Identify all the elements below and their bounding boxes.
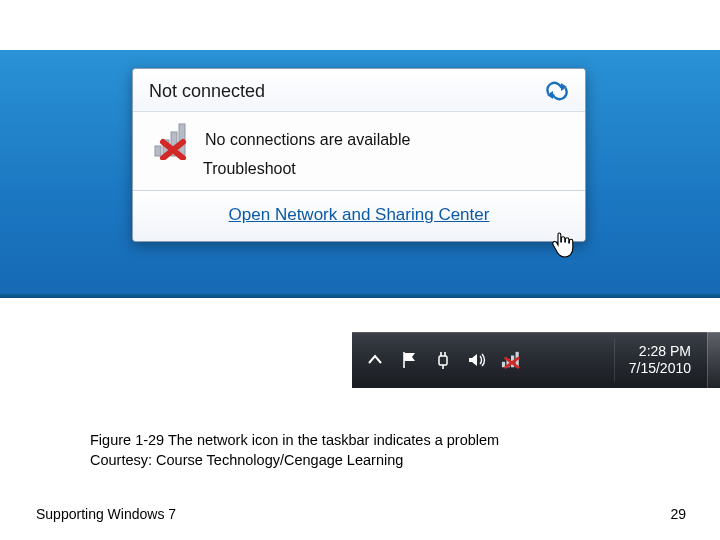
open-network-sharing-link[interactable]: Open Network and Sharing Center	[229, 205, 490, 224]
taskbar-clock[interactable]: 2:28 PM 7/15/2010	[614, 339, 707, 382]
svg-rect-2	[155, 146, 161, 156]
power-plug-icon[interactable]	[432, 349, 454, 371]
taskbar: 2:28 PM 7/15/2010	[352, 332, 720, 388]
network-flyout: Not connected	[132, 68, 586, 242]
svg-rect-11	[439, 356, 447, 365]
caption-line-1: Figure 1-29 The network icon in the task…	[90, 430, 650, 450]
show-desktop-button[interactable]	[707, 332, 720, 388]
flyout-header: Not connected	[133, 69, 585, 112]
tray-chevron-up-icon[interactable]	[364, 349, 386, 371]
signal-bars-error-icon	[153, 120, 195, 160]
clock-date: 7/15/2010	[629, 360, 691, 378]
system-tray	[352, 349, 522, 371]
status-row: No connections are available	[133, 112, 585, 160]
clock-time: 2:28 PM	[629, 343, 691, 361]
troubleshoot-link[interactable]: Troubleshoot	[133, 160, 585, 190]
flyout-title: Not connected	[149, 81, 265, 102]
footer-title: Supporting Windows 7	[36, 506, 176, 522]
action-center-flag-icon[interactable]	[398, 349, 420, 371]
page-number: 29	[670, 506, 686, 522]
volume-speaker-icon[interactable]	[466, 349, 488, 371]
refresh-icon[interactable]	[543, 79, 571, 103]
figure-caption: Figure 1-29 The network icon in the task…	[90, 430, 650, 471]
hand-cursor-icon	[550, 230, 576, 264]
network-tray-error-icon[interactable]	[500, 349, 522, 371]
no-connections-label: No connections are available	[205, 131, 410, 149]
flyout-footer: Open Network and Sharing Center	[133, 190, 585, 241]
caption-line-2: Courtesy: Course Technology/Cengage Lear…	[90, 450, 650, 470]
